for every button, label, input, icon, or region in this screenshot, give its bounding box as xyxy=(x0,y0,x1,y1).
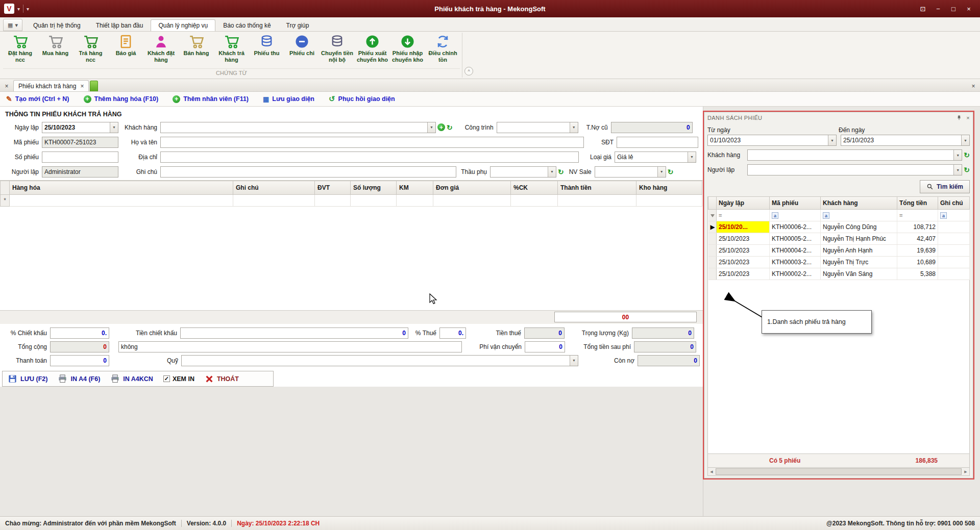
them-hang-hoa-link[interactable]: + Thêm hàng hóa (F10) xyxy=(84,95,159,103)
tong-sau-phi-input[interactable]: 0 xyxy=(634,341,696,352)
minimize-button[interactable]: − xyxy=(931,3,945,15)
grid-cell[interactable] xyxy=(315,195,351,207)
ribbon-item-dieu-chinh-ton[interactable]: Điều chỉnh tồn xyxy=(426,33,460,67)
grid-cell[interactable] xyxy=(636,195,702,207)
receipt-row[interactable]: 25/10/2023 KTH00003-2... Nguyễn Thị Trực… xyxy=(708,257,970,268)
ribbon-item-chuyen-tien-noi-bo[interactable]: Chuyển tiền nội bộ xyxy=(320,33,354,67)
grid-cell[interactable] xyxy=(433,195,511,207)
dropdown-icon[interactable]: ▼ xyxy=(110,122,118,133)
column-header-hang-hoa[interactable]: Hàng hóa xyxy=(10,181,233,195)
cell-tong-tien[interactable]: 5,388 xyxy=(897,268,938,280)
tong-cong-text-input[interactable]: không xyxy=(118,341,462,352)
grid-cell[interactable] xyxy=(397,195,433,207)
cell-tong-tien[interactable]: 42,407 xyxy=(897,233,938,245)
cell-ngay-lap[interactable]: 25/10/2023 xyxy=(717,257,770,268)
quick-access-caret-icon[interactable]: ▾ xyxy=(17,6,20,12)
ngay-lap-input[interactable]: 25/10/2023 ▼ xyxy=(42,122,118,133)
filter-cell[interactable]: a xyxy=(770,210,821,221)
filter-equals-icon[interactable]: = xyxy=(719,212,722,218)
toolbar-options-caret-icon[interactable]: ▾ xyxy=(27,6,29,12)
cell-khach-hang[interactable]: Nguyễn Công Dũng xyxy=(821,221,897,233)
search-button[interactable]: Tìm kiếm xyxy=(920,180,970,193)
grid-cell[interactable] xyxy=(511,195,558,207)
refresh-panel-khach-hang-icon[interactable]: ↻ xyxy=(964,152,970,159)
cell-tong-tien[interactable]: 19,639 xyxy=(897,245,938,257)
dropdown-icon[interactable]: ▼ xyxy=(961,135,969,145)
dropdown-icon[interactable]: ▼ xyxy=(657,167,666,177)
ribbon-item-khach-tra-hang[interactable]: Khách trả hàng xyxy=(214,33,249,67)
close-tab-icon[interactable]: × xyxy=(80,81,84,91)
ghi-chu-input[interactable] xyxy=(160,166,456,178)
thanh-toan-input[interactable]: 0 xyxy=(50,355,109,366)
filter-text-icon[interactable]: a xyxy=(772,212,778,219)
column-header-ma-phieu[interactable]: Mã phiếu xyxy=(770,197,821,210)
panel-nguoi-lap-input[interactable]: ▼ xyxy=(747,164,962,175)
filter-row[interactable]: = a a = a xyxy=(708,210,970,221)
receipt-row-selected[interactable]: ▶ 25/10/20... KTH00006-2... Nguyễn Công … xyxy=(708,221,970,233)
ribbon-item-dat-hang-ncc[interactable]: Đặt hàng ncc xyxy=(3,33,37,67)
dropdown-icon[interactable]: ▼ xyxy=(953,150,962,160)
column-header-pct-ck[interactable]: %CK xyxy=(511,181,558,195)
cell-ngay-lap[interactable]: 25/10/2023 xyxy=(717,233,770,245)
print-a4kcn-button[interactable]: IN A4KCN xyxy=(110,374,153,384)
tien-ck-input[interactable]: 0 xyxy=(180,327,408,339)
xem-in-checkbox[interactable]: ✓ XEM IN xyxy=(163,375,194,383)
fullscreen-button[interactable]: ⊡ xyxy=(916,3,930,15)
dropdown-icon[interactable]: ▼ xyxy=(828,135,836,145)
ma-phieu-input[interactable]: KTH00007-251023 xyxy=(42,137,118,148)
filter-cell[interactable]: = xyxy=(717,210,770,221)
column-header-kho-hang[interactable]: Kho hàng xyxy=(636,181,702,195)
ribbon-item-bao-gia[interactable]: Báo giá xyxy=(109,33,143,67)
receipt-row[interactable]: 25/10/2023 KTH00002-2... Nguyễn Văn Sáng… xyxy=(708,268,970,280)
cell-ma-phieu[interactable]: KTH00002-2... xyxy=(770,268,821,280)
close-all-tabs-button[interactable]: × xyxy=(1,81,12,91)
ribbon-item-mua-hang[interactable]: Mua hàng xyxy=(38,33,72,67)
cell-ngay-lap[interactable]: 25/10/20... xyxy=(717,221,770,233)
menu-tab-thiet-lap-ban-dau[interactable]: Thiết lập ban đầu xyxy=(88,19,151,31)
tu-ngay-input[interactable]: 01/10/2023 ▼ xyxy=(707,135,837,146)
new-item-row[interactable]: * xyxy=(1,195,702,207)
pct-ck-input[interactable]: 0. xyxy=(50,327,109,339)
refresh-thau-phu-icon[interactable]: ↻ xyxy=(558,168,564,175)
pin-icon[interactable] xyxy=(956,115,962,121)
den-ngay-input[interactable]: 25/10/2023 ▼ xyxy=(841,135,970,146)
dropdown-icon[interactable]: ▼ xyxy=(688,152,696,162)
dropdown-icon[interactable]: ▼ xyxy=(570,356,578,366)
save-button[interactable]: LƯU (F2) xyxy=(8,374,47,384)
column-header-ghi-chu[interactable]: Ghi chú xyxy=(233,181,315,195)
column-header-ghi-chu[interactable]: Ghi chú xyxy=(938,197,970,210)
cell-ngay-lap[interactable]: 25/10/2023 xyxy=(717,268,770,280)
filter-cell[interactable]: a xyxy=(821,210,897,221)
cell-ma-phieu[interactable]: KTH00005-2... xyxy=(770,233,821,245)
grid-cell[interactable] xyxy=(10,195,233,207)
scroll-right-icon[interactable]: ▶ xyxy=(962,470,969,474)
ribbon-item-phieu-nhap-chuyen-kho[interactable]: Phiếu nhập chuyển kho xyxy=(390,33,425,67)
quy-input[interactable]: ▼ xyxy=(181,355,578,366)
cell-khach-hang[interactable]: Nguyễn Văn Sáng xyxy=(821,268,897,280)
cell-ma-phieu[interactable]: KTH00006-2... xyxy=(770,221,821,233)
nv-sale-input[interactable]: ▼ xyxy=(595,166,666,178)
cell-khach-hang[interactable]: Nguyễn Thị Hạnh Phúc xyxy=(821,233,897,245)
dropdown-icon[interactable]: ▼ xyxy=(548,167,556,177)
scroll-left-icon[interactable]: ◀ xyxy=(708,470,715,474)
column-header-thanh-tien[interactable]: Thành tiền xyxy=(558,181,636,195)
scrollbar-thumb[interactable] xyxy=(716,468,962,475)
filter-text-icon[interactable]: a xyxy=(940,212,947,219)
con-no-input[interactable]: 0 xyxy=(638,355,700,366)
cell-ma-phieu[interactable]: KTH00004-2... xyxy=(770,245,821,257)
dia-chi-input[interactable] xyxy=(160,152,579,163)
refresh-nv-sale-icon[interactable]: ↻ xyxy=(668,168,674,175)
luu-giao-dien-link[interactable]: ▦ Lưu giao diện xyxy=(263,95,314,103)
menu-tab-tro-giup[interactable]: Trợ giúp xyxy=(279,19,317,31)
thau-phu-input[interactable]: ▼ xyxy=(490,166,556,178)
cell-ghi-chu[interactable] xyxy=(938,221,970,233)
ribbon-item-phieu-chi[interactable]: Phiếu chi xyxy=(285,33,319,67)
grid-cell-thanh-tien[interactable] xyxy=(558,195,636,207)
panel-close-icon[interactable]: × xyxy=(966,115,970,121)
pct-thue-input[interactable]: 0. xyxy=(439,327,466,339)
dropdown-icon[interactable]: ▼ xyxy=(953,165,962,175)
tab-phieu-khach-tra-hang[interactable]: Phiếu khách trả hàng × xyxy=(13,80,89,91)
filter-cell[interactable]: a xyxy=(938,210,970,221)
refresh-customer-icon[interactable]: ↻ xyxy=(447,124,453,131)
nguoi-lap-input[interactable]: Administrator xyxy=(42,166,118,178)
